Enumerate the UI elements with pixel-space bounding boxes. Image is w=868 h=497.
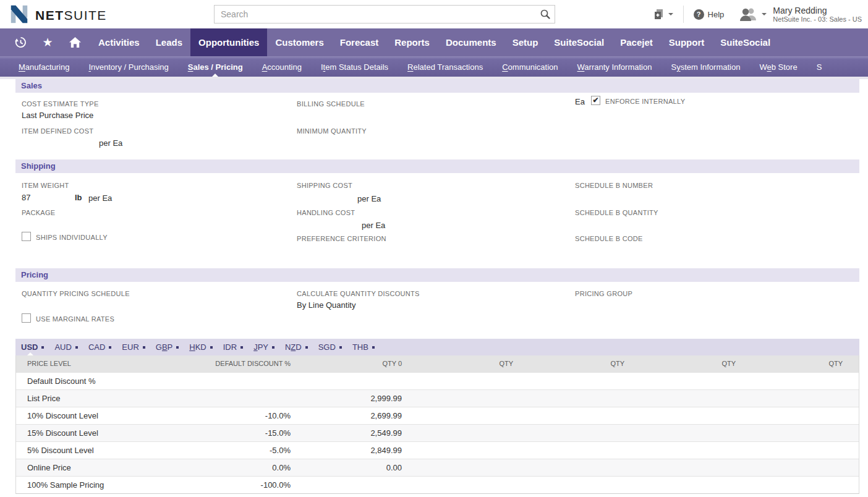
netsuite-logo[interactable]: NETSUITE [9,4,107,27]
minimum-quantity-label: MINIMUM QUANTITY [297,127,367,135]
recent-records-icon[interactable] [14,28,27,56]
help-button[interactable]: ? Help [694,9,725,20]
enforce-internally-checkbox[interactable]: ✔ [591,96,600,105]
currency-tab-idr[interactable]: IDR [223,339,243,355]
selected-tab-pointer-icon [211,74,219,77]
table-row-100-sample: 100% Sample Pricing-100.0% [16,476,859,493]
schedule-b-number-label: SCHEDULE B NUMBER [575,182,653,189]
caret-down-icon [668,13,673,15]
create-new-menu[interactable] [653,8,673,20]
tab-web-store[interactable]: Web Store [759,57,797,77]
nav-items: Activities Leads Opportunities Customers… [90,28,778,56]
cost-estimate-type-label: COST ESTIMATE TYPE [22,100,99,108]
help-label: Help [708,10,725,19]
search-icon[interactable] [536,6,555,23]
search-input[interactable] [215,9,536,19]
section-header-sales: Sales [15,79,859,93]
wordmark-rest: SUITE [64,8,107,22]
tab-warranty-information[interactable]: Warranty Information [577,57,652,77]
nav-suitesocial-2[interactable]: SuiteSocial [712,28,778,56]
shortcuts-star-icon[interactable]: ★ [41,28,54,56]
tab-item-status-details[interactable]: Item Status Details [321,57,388,77]
currency-tab-nzd[interactable]: NZD [285,339,308,355]
item-weight-label: ITEM WEIGHT [22,182,69,189]
top-right-cluster: ? Help Mary Redding NetSuite Inc. - 03: … [653,0,862,28]
price-levels-table: PRICE LEVEL DEFAULT DISCOUNT % QTY 0 QTY… [15,355,859,494]
currency-tab-usd[interactable]: USD [21,339,44,355]
tab-communication[interactable]: Communication [502,57,558,77]
dropdown-bullet-icon [109,346,111,349]
top-bar: NETSUITE ? Help [0,0,868,28]
shipping-cost-label: SHIPPING COST [297,182,352,189]
nav-leads[interactable]: Leads [148,28,190,56]
tab-sales-pricing[interactable]: Sales / Pricing [188,57,243,77]
dropdown-bullet-icon [305,346,308,349]
nav-activities[interactable]: Activities [90,28,148,56]
home-icon[interactable] [68,28,82,56]
netsuite-logo-icon [9,4,30,27]
nav-reports[interactable]: Reports [386,28,438,56]
item-weight-value: 87 [22,193,30,202]
tab-overflow[interactable]: S [817,57,822,77]
section-header-pricing: Pricing [15,268,859,282]
tab-manufacturing[interactable]: Manufacturing [19,57,69,77]
main-nav: ★ Activities Leads Opportunities Custome… [0,28,868,56]
col-qty-1: QTY [409,355,521,372]
nav-forecast[interactable]: Forecast [332,28,387,56]
use-marginal-rates-checkbox[interactable] [22,313,31,323]
currency-tab-eur[interactable]: EUR [122,339,145,355]
netsuite-wordmark: NETSUITE [35,8,107,23]
nav-support[interactable]: Support [661,28,713,56]
item-defined-cost-label: ITEM DEFINED COST [22,127,93,135]
table-row-5-discount: 5% Discount Level-5.0%2,849.99 [16,441,859,459]
tab-system-information[interactable]: System Information [671,57,740,77]
tab-related-transactions[interactable]: Related Transactions [407,57,483,77]
nav-suitesocial[interactable]: SuiteSocial [546,28,612,56]
col-qty-3: QTY [632,355,743,372]
avatar-icon [739,7,759,22]
enforce-internally-label: ENFORCE INTERNALLY [605,98,685,105]
handling-cost-per: per Ea [362,221,385,230]
section-header-shipping: Shipping [15,159,859,173]
currency-tab-cad[interactable]: CAD [88,339,111,355]
nav-customers[interactable]: Customers [267,28,331,56]
use-marginal-rates-label: USE MARGINAL RATES [36,315,114,323]
nav-opportunities[interactable]: Opportunities [190,28,267,56]
schedule-b-quantity-label: SCHEDULE B QUANTITY [575,209,658,216]
currency-tab-sgd[interactable]: SGD [318,339,342,355]
tab-inventory-purchasing[interactable]: Inventory / Purchasing [88,57,168,77]
ships-individually-label: SHIPS INDIVIDUALLY [36,234,108,241]
schedule-b-code-label: SCHEDULE B CODE [575,235,643,242]
dropdown-bullet-icon [240,346,243,349]
col-qty-4: QTY [743,355,859,372]
sales-pricing-panel: Sales COST ESTIMATE TYPE Last Purchase P… [0,79,868,497]
table-header-row: PRICE LEVEL DEFAULT DISCOUNT % QTY 0 QTY… [16,355,859,372]
currency-tab-jpy[interactable]: JPY [253,339,274,355]
preference-criterion-label: PREFERENCE CRITERION [297,235,386,242]
dropdown-bullet-icon [339,346,342,349]
billing-schedule-label: BILLING SCHEDULE [297,100,365,108]
user-info: Mary Redding NetSuite Inc. - 03: Sales -… [773,6,862,23]
nav-documents[interactable]: Documents [438,28,504,56]
currency-tab-hkd[interactable]: HKD [189,339,212,355]
nav-setup[interactable]: Setup [504,28,547,56]
currency-tab-aud[interactable]: AUD [54,339,77,355]
sale-unit-value: Ea [575,97,585,106]
pricing-group-label: PRICING GROUP [575,290,632,297]
col-default-discount: DEFAULT DISCOUNT % [189,355,298,372]
divider [683,6,684,23]
help-icon: ? [694,9,704,20]
user-menu[interactable]: Mary Redding NetSuite Inc. - 03: Sales -… [739,6,862,23]
dropdown-bullet-icon [176,346,179,349]
currency-tab-thb[interactable]: THB [352,339,375,355]
col-qty-2: QTY [521,355,632,372]
nav-pacejet[interactable]: Pacejet [612,28,661,56]
currency-tab-gbp[interactable]: GBP [156,339,179,355]
table-row-default-discount: Default Discount % [16,372,859,389]
table-row-list-price: List Price2,999.99 [16,389,859,407]
calculate-quantity-discounts-label: CALCULATE QUANTITY DISCOUNTS [297,290,420,297]
package-label: PACKAGE [22,209,55,216]
wordmark-bold: NET [35,8,64,22]
ships-individually-checkbox[interactable] [22,232,31,241]
tab-accounting[interactable]: Accounting [262,57,302,77]
